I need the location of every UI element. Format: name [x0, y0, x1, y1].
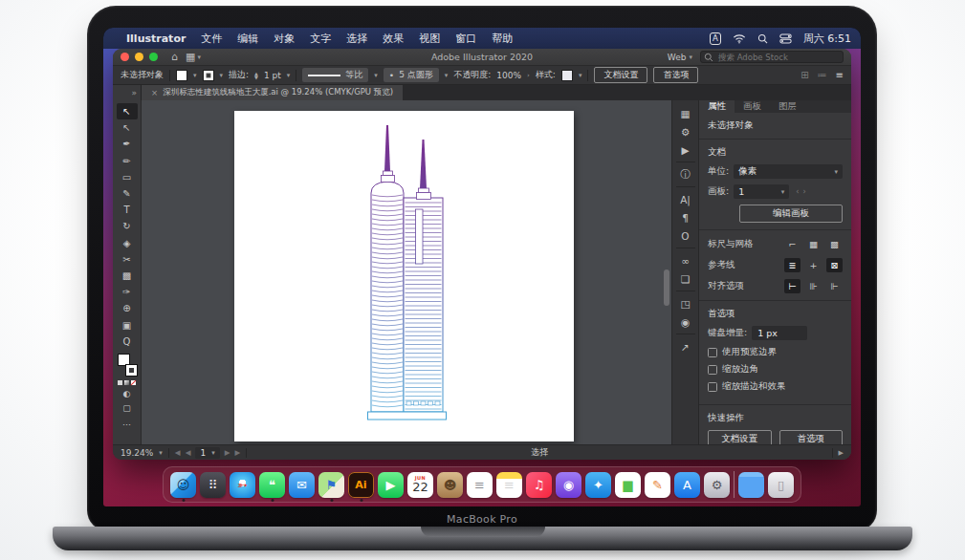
paintbrush-tool[interactable]: ✎ — [117, 185, 138, 202]
artboard-pager[interactable]: ‹› — [796, 187, 809, 196]
dock-launchpad[interactable]: ⠿ — [200, 472, 226, 498]
export-panel-icon[interactable]: ↗ — [676, 334, 695, 355]
menu-effect[interactable]: 效果 — [383, 32, 404, 46]
stroke-weight-stepper[interactable]: ▲▼ — [254, 72, 258, 79]
dock-calendar[interactable]: JUN 22 — [407, 472, 433, 498]
toolbar-stroke-swatch[interactable] — [125, 364, 138, 377]
screen-mode-icon[interactable]: ▢ — [117, 401, 138, 416]
zoom-window-button[interactable] — [149, 53, 158, 61]
close-window-button[interactable] — [121, 53, 129, 61]
control-center-icon[interactable] — [779, 33, 792, 44]
minimize-window-button[interactable] — [135, 53, 143, 61]
opacity-value[interactable]: 100% — [496, 71, 521, 80]
dock-keynote[interactable]: ✦ — [585, 472, 611, 498]
workspace-switcher[interactable]: Web ▾ — [668, 53, 692, 62]
dock-notes[interactable]: ≡ — [496, 472, 522, 498]
checkbox-scale-strokes[interactable]: 缩放描边和效果 — [708, 380, 843, 393]
show-guides-icon[interactable]: ≣ — [784, 258, 801, 272]
document-tab[interactable]: × 深圳标志性建筑线稿地王大厦.ai @ 19.24% (CMYK/GPU 预览… — [142, 85, 403, 100]
next-artboard-icon[interactable]: ▶ — [225, 448, 230, 457]
artboard-dropdown[interactable]: 1▾ — [734, 184, 789, 199]
artboard-navigation[interactable]: ◀ ◀ 1▾ ▶ ▶ — [175, 447, 240, 459]
transparency-grid-icon[interactable]: ▩ — [826, 237, 843, 251]
dock-illustrator[interactable]: Ai — [348, 472, 374, 498]
menu-type[interactable]: 文字 — [310, 32, 331, 46]
stock-search-field[interactable] — [700, 51, 844, 63]
dock-system-preferences[interactable]: ⚙ — [704, 472, 730, 498]
eyedropper-tool[interactable]: ✑ — [117, 284, 138, 300]
dock-podcasts[interactable]: ◉ — [556, 472, 581, 498]
style-swatch[interactable] — [561, 70, 573, 81]
direct-selection-tool[interactable]: ↖ — [117, 119, 138, 136]
canvas-vertical-scrollbar[interactable] — [664, 269, 669, 306]
close-tab-icon[interactable]: × — [151, 88, 158, 97]
checkbox-box[interactable] — [708, 382, 717, 392]
menu-file[interactable]: 文件 — [201, 32, 222, 46]
gradient-tool[interactable]: ▩ — [117, 268, 138, 284]
fill-stroke-indicator[interactable] — [117, 354, 138, 377]
scissors-tool[interactable]: ✂ — [117, 251, 138, 268]
more-tools-icon[interactable]: … — [117, 416, 138, 430]
menu-bar-clock[interactable]: 周六 6:51 — [803, 32, 851, 46]
dock-numbers[interactable]: ▆ — [615, 472, 641, 498]
brush-dropdown[interactable]: •5 点圆形 — [384, 68, 439, 82]
status-expand-icon[interactable]: ▶ — [839, 449, 844, 457]
zoom-tool[interactable]: Q — [117, 334, 138, 350]
stroke-weight-value[interactable]: 1 pt — [264, 71, 281, 80]
links-panel-icon[interactable]: ∞ — [676, 248, 695, 269]
snap-to-grid-icon[interactable]: ⊪ — [805, 279, 822, 293]
menu-app-name[interactable]: Illustrator — [126, 32, 186, 45]
first-artboard-icon[interactable]: ◀ — [175, 448, 181, 457]
artboard[interactable] — [234, 111, 574, 442]
eraser-tool[interactable]: ◈ — [117, 235, 138, 251]
dock-facetime[interactable]: ▶ — [378, 472, 404, 498]
dock-maps[interactable]: ⚑ — [318, 472, 344, 498]
toolbar-expand-button[interactable]: » — [113, 85, 142, 100]
checkbox-box[interactable] — [708, 348, 717, 357]
artboard-number-dropdown[interactable]: 1▾ — [195, 447, 219, 459]
checkbox-scale-corners[interactable]: 缩放边角 — [708, 363, 843, 376]
tab-properties[interactable]: 属性 — [699, 100, 735, 113]
actions-panel-icon[interactable]: ⚙ — [676, 122, 695, 140]
keyboard-increment-input[interactable]: 1 px — [752, 326, 807, 340]
fill-color-swatch[interactable] — [176, 70, 187, 81]
snap-to-point-icon[interactable]: ⊢ — [784, 279, 801, 293]
paragraph-panel-icon[interactable]: ¶ — [676, 208, 695, 226]
units-dropdown[interactable]: 像素▾ — [734, 164, 843, 179]
dock-finder[interactable]: ☺ — [170, 472, 196, 498]
dock-music[interactable]: ♫ — [526, 472, 552, 498]
home-icon[interactable]: ⌂ — [171, 51, 178, 63]
artboard-tool[interactable]: ▣ — [117, 316, 138, 333]
input-source-icon[interactable]: A — [710, 32, 721, 45]
spotlight-search-icon[interactable] — [757, 33, 768, 44]
edit-artboards-button[interactable]: 编辑画板 — [739, 205, 843, 223]
gradient-panel-icon[interactable]: ◉ — [676, 312, 695, 331]
dock-appstore[interactable]: A — [674, 472, 700, 498]
dock-reminders[interactable]: ≡ — [467, 472, 493, 498]
snap-to-pixel-icon[interactable]: ⊩ — [826, 279, 843, 293]
dock-pages[interactable]: ✎ — [645, 472, 670, 498]
grid-icon[interactable]: ▦ — [805, 237, 822, 251]
preferences-button[interactable]: 首选项 — [653, 67, 698, 83]
ruler-icon[interactable]: ⌐ — [784, 237, 801, 251]
panel-menu-icon[interactable]: ≡ — [836, 70, 844, 80]
rectangle-tool[interactable]: ▭ — [117, 169, 138, 185]
type-tool[interactable]: T — [117, 202, 138, 218]
lock-guides-icon[interactable]: ⊠ — [826, 258, 843, 272]
dock-divider[interactable] — [734, 471, 735, 498]
checkbox-preview-bounds[interactable]: 使用预览边界 — [708, 346, 843, 358]
dock-control-icon[interactable]: ≔ — [818, 70, 827, 80]
artboards-panel-icon[interactable]: ▦ — [676, 104, 695, 122]
dock-mail[interactable]: ✉ — [289, 472, 315, 498]
dock-messages[interactable]: ❝ — [259, 472, 285, 498]
menu-object[interactable]: 对象 — [274, 32, 295, 46]
tab-layers[interactable]: 图层 — [770, 100, 805, 113]
checkbox-box[interactable] — [708, 365, 717, 375]
menu-window[interactable]: 窗口 — [455, 32, 476, 46]
menu-help[interactable]: 帮助 — [492, 32, 513, 46]
pen-tool[interactable]: ✒ — [117, 136, 138, 152]
actions-play-panel-icon[interactable]: ▶ — [676, 140, 695, 159]
curvature-tool[interactable]: ✏ — [117, 153, 138, 169]
tab-artboards[interactable]: 画板 — [735, 100, 770, 113]
arrange-documents-icon[interactable]: ⊞ — [801, 70, 808, 80]
